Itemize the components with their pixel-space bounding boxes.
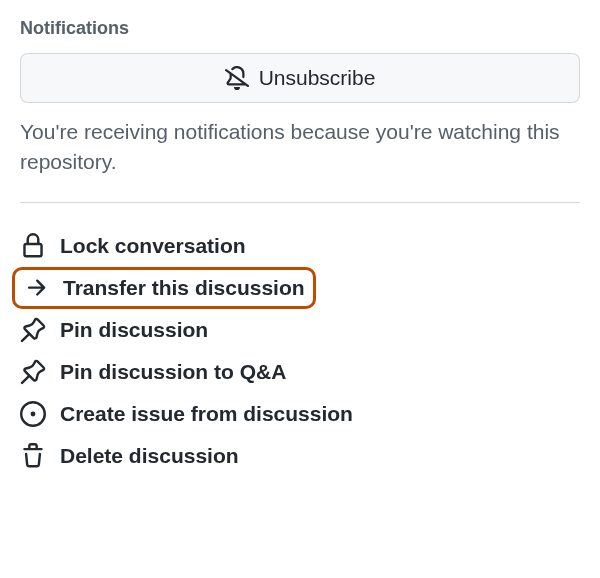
unsubscribe-label: Unsubscribe bbox=[259, 66, 376, 90]
issue-opened-icon bbox=[20, 401, 46, 427]
transfer-discussion-action[interactable]: Transfer this discussion bbox=[23, 275, 305, 301]
trash-icon bbox=[20, 443, 46, 469]
transfer-label: Transfer this discussion bbox=[63, 276, 305, 300]
delete-label: Delete discussion bbox=[60, 444, 239, 468]
lock-label: Lock conversation bbox=[60, 234, 246, 258]
notifications-description: You're receiving notifications because y… bbox=[20, 117, 580, 178]
delete-discussion-action[interactable]: Delete discussion bbox=[20, 435, 580, 477]
notifications-heading: Notifications bbox=[20, 18, 580, 39]
bell-slash-icon bbox=[225, 66, 249, 90]
pin-qa-label: Pin discussion to Q&A bbox=[60, 360, 286, 384]
create-issue-label: Create issue from discussion bbox=[60, 402, 353, 426]
lock-icon bbox=[20, 233, 46, 259]
pin-icon bbox=[20, 317, 46, 343]
divider bbox=[20, 202, 580, 203]
lock-conversation-action[interactable]: Lock conversation bbox=[20, 225, 580, 267]
pin-label: Pin discussion bbox=[60, 318, 208, 342]
arrow-right-icon bbox=[23, 275, 49, 301]
unsubscribe-button[interactable]: Unsubscribe bbox=[20, 53, 580, 103]
pin-discussion-action[interactable]: Pin discussion bbox=[20, 309, 580, 351]
action-list: Lock conversation Transfer this discussi… bbox=[20, 225, 580, 477]
pin-qa-action[interactable]: Pin discussion to Q&A bbox=[20, 351, 580, 393]
transfer-highlight: Transfer this discussion bbox=[12, 267, 316, 309]
pin-icon bbox=[20, 359, 46, 385]
create-issue-action[interactable]: Create issue from discussion bbox=[20, 393, 580, 435]
